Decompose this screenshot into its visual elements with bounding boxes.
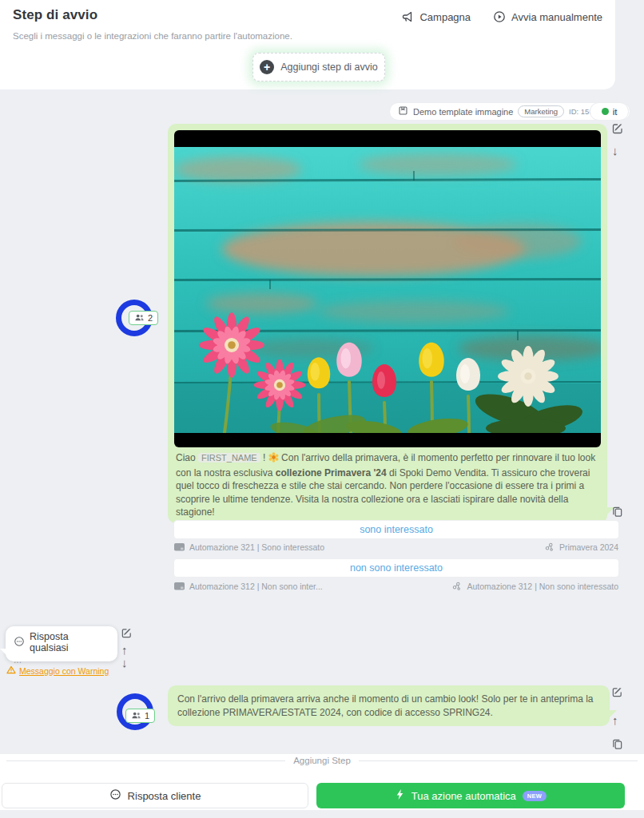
- customer-reply-label: Risposta cliente: [128, 790, 201, 802]
- flow-tag[interactable]: Automazione 312 | Non sono interessato: [452, 582, 618, 591]
- play-circle-icon: [493, 10, 506, 23]
- language-status-dot: [602, 108, 609, 115]
- warning-label: Messaggio con Warning: [19, 666, 109, 676]
- edit-icon[interactable]: [611, 122, 624, 135]
- message-text: Ciao FIRST_NAME ! Con l'arrivo della pri…: [174, 451, 601, 519]
- language-pill[interactable]: it: [590, 103, 628, 120]
- auto-action-button[interactable]: Tua azione automatica NEW: [316, 783, 625, 808]
- warning-link[interactable]: Messaggio con Warning: [6, 665, 109, 676]
- automation-screen-icon: [174, 582, 185, 590]
- move-up-icon[interactable]: ↑: [121, 644, 128, 656]
- first-name-token: FIRST_NAME: [198, 453, 260, 463]
- flow-tag[interactable]: Primavera 2024: [545, 542, 618, 552]
- quick-reply-tags: Automazione 321 | Sono interessato Prima…: [174, 542, 618, 552]
- workflow-nodes-icon: [452, 582, 462, 591]
- template-message-bubble: Ciao FIRST_NAME ! Con l'arrivo della pri…: [168, 124, 607, 523]
- header-actions: Campagna Avvia manualmente: [401, 10, 602, 23]
- copy-icon[interactable]: [611, 738, 624, 751]
- people-icon: [131, 711, 141, 721]
- start-manually-button[interactable]: Avvia manualmente: [493, 10, 602, 23]
- workflow-nodes-icon: [545, 542, 555, 552]
- followup-message-bubble: Con l'arrivo della primavera arriva anch…: [168, 685, 610, 726]
- campaign-button[interactable]: Campagna: [401, 10, 471, 23]
- audience-count-badge[interactable]: 1: [125, 709, 155, 723]
- quick-reply-button[interactable]: sono interessato: [174, 521, 618, 538]
- people-icon: [134, 313, 145, 324]
- template-icon: [398, 105, 408, 117]
- page-title: Step di avvio: [13, 7, 97, 23]
- divider-label: Aggiungi Step: [293, 756, 351, 765]
- add-start-step-label: Aggiungi step di avvio: [280, 62, 378, 73]
- automation-tag[interactable]: Automazione 321 | Sono interessato: [174, 542, 324, 552]
- campaign-label: Campagna: [419, 11, 471, 23]
- chat-dots-icon: [109, 788, 121, 803]
- auto-action-label: Tua azione automatica: [411, 790, 516, 802]
- megaphone-icon: [401, 10, 414, 23]
- copy-icon[interactable]: [611, 506, 624, 518]
- add-step-divider: Aggiungi Step: [0, 756, 644, 765]
- template-name: Demo template immagine: [413, 107, 513, 117]
- any-reply-node[interactable]: Risposta qualsiasi ...: [6, 626, 117, 661]
- quick-reply-button[interactable]: non sono interessato: [174, 559, 618, 577]
- page-subtitle: Scegli i messaggi o le integrazioni che …: [13, 31, 292, 41]
- move-down-icon[interactable]: ↓: [121, 657, 128, 669]
- new-badge: NEW: [523, 791, 547, 801]
- reply-node-label: Risposta qualsiasi: [30, 631, 109, 653]
- header-panel: Step di avvio Scegli i messaggi o le int…: [0, 0, 615, 89]
- warning-icon: [6, 665, 16, 676]
- node-tail: [0, 649, 6, 655]
- audience-count-badge[interactable]: 2: [129, 311, 158, 325]
- start-manually-label: Avvia manualmente: [511, 11, 602, 23]
- template-category-badge: Marketing: [518, 105, 564, 117]
- quick-reply-tags: Automazione 312 | Non sono inter... Auto…: [174, 582, 618, 591]
- automation-screen-icon: [174, 543, 185, 551]
- lightning-icon: [395, 788, 405, 803]
- chat-dots-icon: [14, 636, 25, 649]
- move-down-icon[interactable]: ↓: [612, 145, 618, 157]
- language-label: it: [613, 107, 618, 117]
- audience-count: 1: [145, 711, 149, 721]
- add-start-step-button[interactable]: + Aggiungi step di avvio: [252, 53, 385, 81]
- message-image: [174, 130, 601, 447]
- move-up-icon[interactable]: ↑: [612, 714, 618, 726]
- reply-node-placeholder: ...: [14, 654, 109, 665]
- automation-tag[interactable]: Automazione 312 | Non sono inter...: [174, 582, 323, 591]
- edit-icon[interactable]: [611, 686, 624, 699]
- edit-icon[interactable]: [121, 627, 133, 640]
- blossom-emoji-icon: [268, 452, 279, 467]
- plus-icon: +: [260, 60, 274, 74]
- customer-reply-button[interactable]: Risposta cliente: [2, 783, 308, 808]
- audience-count: 2: [148, 313, 153, 323]
- flowers-on-teal-wood-image: [174, 147, 601, 433]
- followup-message-text: Con l'arrivo della primavera arriva anch…: [177, 693, 594, 718]
